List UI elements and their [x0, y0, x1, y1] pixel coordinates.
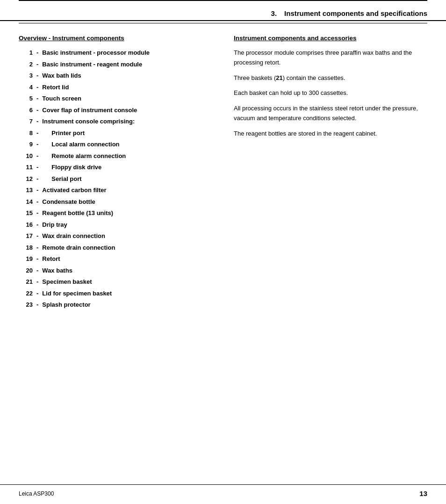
item-number: 11: [19, 163, 33, 172]
item-dash: -: [36, 220, 38, 230]
item-dash: -: [36, 209, 38, 218]
item-dash: -: [36, 117, 38, 126]
item-label: Touch screen: [42, 94, 81, 103]
item-number: 10: [19, 151, 33, 161]
item-label: Retort lid: [42, 83, 69, 92]
item-dash: -: [36, 277, 38, 287]
right-paragraph: Three baskets (21) contain the cassettes…: [234, 73, 427, 83]
item-dash: -: [36, 174, 38, 184]
item-number: 6: [19, 106, 33, 115]
item-label: Specimen basket: [42, 277, 92, 287]
item-dash: -: [36, 83, 38, 92]
item-dash: -: [36, 48, 38, 58]
item-dash: -: [36, 60, 38, 69]
page-footer: Leica ASP300 13: [0, 484, 446, 504]
left-section-heading: Overview - Instrument components: [19, 35, 215, 42]
footer-page-number: 13: [419, 490, 427, 497]
item-number: 14: [19, 197, 33, 207]
item-label: Remote drain connection: [42, 243, 115, 252]
right-paragraph: The processor module comprises three par…: [234, 48, 427, 68]
item-label: Wax bath lids: [42, 71, 81, 80]
item-number: 15: [19, 209, 33, 218]
item-number: 21: [19, 277, 33, 287]
item-label: Printer port: [42, 129, 85, 138]
right-paragraphs: The processor module comprises three par…: [234, 48, 427, 139]
item-dash: -: [36, 163, 38, 172]
item-label: Wax drain connection: [42, 231, 105, 241]
item-label: Basic instrument - reagent module: [42, 60, 142, 69]
item-label: Serial port: [42, 174, 81, 184]
item-dash: -: [36, 186, 38, 195]
item-number: 2: [19, 60, 33, 69]
item-label: Remote alarm connection: [42, 151, 126, 161]
item-number: 20: [19, 266, 33, 275]
component-list: 1-Basic instrument - processor module2-B…: [19, 48, 215, 310]
item-label: Wax baths: [42, 266, 72, 275]
right-paragraph: The reagent bottles are stored in the re…: [234, 129, 427, 139]
item-number: 19: [19, 254, 33, 264]
item-number: 5: [19, 94, 33, 103]
item-label: Floppy disk drive: [42, 163, 101, 172]
item-label: Instrument console comprising:: [42, 117, 135, 126]
left-column: Overview - Instrument components 1-Basic…: [19, 35, 215, 312]
item-dash: -: [36, 106, 38, 115]
chapter-number: 3.: [271, 9, 277, 17]
right-paragraph: Each basket can hold up to 300 cassettes…: [234, 88, 427, 98]
right-section-heading: Instrument components and accessories: [234, 35, 427, 42]
item-number: 1: [19, 48, 33, 58]
item-label: Reagent bottle (13 units): [42, 209, 113, 218]
item-label: Lid for specimen basket: [42, 289, 112, 298]
item-label: Condensate bottle: [42, 197, 95, 207]
item-number: 4: [19, 83, 33, 92]
item-dash: -: [36, 129, 38, 138]
item-number: 16: [19, 220, 33, 230]
item-dash: -: [36, 151, 38, 161]
item-dash: -: [36, 254, 38, 264]
page-header: 3. Instrument components and specificati…: [0, 1, 446, 21]
item-label: Splash protector: [42, 300, 90, 310]
item-number: 8: [19, 129, 33, 138]
item-number: 22: [19, 289, 33, 298]
item-dash: -: [36, 231, 38, 241]
item-dash: -: [36, 289, 38, 298]
item-label: Retort: [42, 254, 60, 264]
item-number: 17: [19, 231, 33, 241]
page-container: 3. Instrument components and specificati…: [0, 0, 446, 504]
main-content: Overview - Instrument components 1-Basic…: [0, 23, 446, 340]
item-dash: -: [36, 266, 38, 275]
item-number: 7: [19, 117, 33, 126]
footer-product-name: Leica ASP300: [19, 490, 54, 497]
item-dash: -: [36, 243, 38, 252]
item-number: 13: [19, 186, 33, 195]
item-label: Cover flap of instrument console: [42, 106, 137, 115]
item-dash: -: [36, 94, 38, 103]
item-number: 3: [19, 71, 33, 80]
item-dash: -: [36, 197, 38, 207]
item-dash: -: [36, 71, 38, 80]
item-label: Basic instrument - processor module: [42, 48, 150, 58]
item-dash: -: [36, 300, 38, 310]
item-number: 23: [19, 300, 33, 310]
item-label: Drip tray: [42, 220, 67, 230]
right-paragraph: All processing occurs in the stainless s…: [234, 104, 427, 123]
item-label: Activated carbon filter: [42, 186, 106, 195]
right-column: Instrument components and accessories Th…: [229, 35, 427, 312]
item-number: 12: [19, 174, 33, 184]
item-number: 9: [19, 140, 33, 149]
item-dash: -: [36, 140, 38, 149]
chapter-title: Instrument components and specifications: [284, 9, 427, 17]
item-number: 18: [19, 243, 33, 252]
item-label: Local alarm connection: [42, 140, 119, 149]
